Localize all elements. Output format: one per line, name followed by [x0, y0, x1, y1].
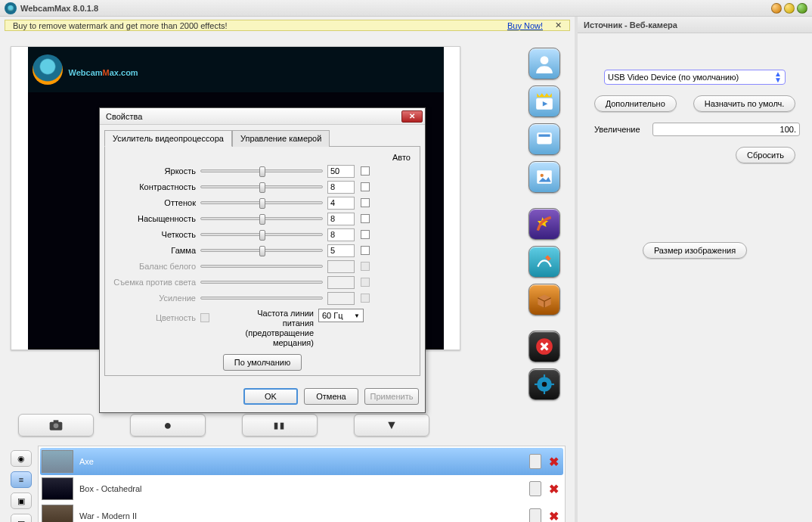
- saturation-value[interactable]: 8: [327, 213, 355, 225]
- list-info-button[interactable]: ◉: [11, 450, 32, 467]
- source-desktop-button[interactable]: [528, 123, 560, 155]
- effects-list[interactable]: Axe ✖ Box - Octahedral ✖ War - Modern II…: [38, 446, 566, 522]
- gamma-auto-checkbox[interactable]: [361, 246, 370, 255]
- hue-slider[interactable]: [200, 201, 323, 204]
- list-grid-button[interactable]: ▣: [11, 492, 32, 509]
- list-view-button[interactable]: ≡: [11, 471, 32, 488]
- clipboard-icon[interactable]: [529, 508, 541, 522]
- doodle-button[interactable]: [528, 246, 560, 278]
- svg-rect-10: [544, 391, 545, 394]
- sharpness-slider[interactable]: [200, 233, 323, 236]
- gain-slider: [200, 297, 323, 300]
- dialog-close-button[interactable]: ✕: [401, 110, 423, 123]
- gamma-label: Гамма: [110, 246, 200, 255]
- tab-camera-control[interactable]: Управление камерой: [232, 130, 330, 147]
- backlight-row: Съемка против света: [110, 275, 415, 290]
- saturation-label: Насыщенность: [110, 214, 200, 223]
- powerline-freq-select[interactable]: 60 Гц▼: [318, 309, 364, 322]
- download-button[interactable]: ▼: [354, 414, 429, 437]
- device-dropdown[interactable]: USB Video Device (по умолчанию) ▲▼: [604, 70, 786, 85]
- gain-label: Усиление: [110, 294, 200, 303]
- promo-text: Buy to remove watermark and get more tha…: [13, 21, 228, 30]
- contrast-slider[interactable]: [200, 185, 323, 188]
- apply-button[interactable]: Применить: [364, 388, 419, 405]
- tab-video-proc-amp[interactable]: Усилитель видеопроцессора: [104, 130, 232, 147]
- image-size-button[interactable]: Размер изображения: [643, 242, 747, 259]
- app-title: WebcamMax 8.0.1.8: [20, 4, 98, 13]
- app-icon: [5, 2, 17, 14]
- gamma-value[interactable]: 5: [327, 244, 355, 257]
- contrast-label: Контрастность: [110, 182, 200, 191]
- window-close[interactable]: [797, 3, 807, 14]
- pause-button[interactable]: ▮▮: [242, 414, 318, 437]
- clipboard-icon[interactable]: [529, 481, 541, 496]
- promo-close-icon[interactable]: ✕: [555, 20, 562, 30]
- reset-button[interactable]: Сбросить: [736, 147, 795, 163]
- source-panel-title: Источник - Веб-камера: [578, 17, 812, 33]
- effect-thumb: [42, 505, 73, 522]
- chroma-label: Цветность: [110, 309, 200, 322]
- gamma-slider[interactable]: [200, 249, 323, 252]
- delete-effect-icon[interactable]: ✖: [549, 455, 559, 469]
- contrast-row: Контрастность 8: [110, 179, 415, 194]
- svg-rect-11: [535, 384, 538, 385]
- snapshot-button[interactable]: [18, 414, 94, 437]
- ok-button[interactable]: OK: [243, 388, 298, 405]
- dialog-title: Свойства: [106, 112, 142, 121]
- saturation-row: Насыщенность 8: [110, 211, 415, 226]
- delete-effect-icon[interactable]: ✖: [549, 482, 559, 496]
- effect-row[interactable]: Axe ✖: [40, 448, 563, 475]
- clipboard-icon[interactable]: [529, 454, 541, 469]
- source-media-button[interactable]: [528, 85, 560, 117]
- logo-text: WebcamMax.com: [69, 58, 138, 81]
- brightness-label: Яркость: [110, 166, 200, 176]
- download-effects-button[interactable]: [528, 284, 560, 315]
- effect-row[interactable]: Box - Octahedral ✖: [40, 475, 563, 502]
- svg-point-8: [542, 382, 547, 387]
- device-selected: USB Video Device (по умолчанию): [608, 73, 739, 82]
- brightness-slider[interactable]: [200, 169, 323, 172]
- zoom-value-field[interactable]: 100.: [652, 123, 800, 136]
- backlight-value: [327, 276, 355, 289]
- app-titlebar: WebcamMax 8.0.1.8: [0, 0, 812, 17]
- logo-banner: WebcamMax.com: [28, 47, 444, 92]
- svg-rect-15: [54, 420, 59, 422]
- cancel-dialog-button[interactable]: Отмена: [304, 388, 358, 405]
- gain-row: Усиление: [110, 291, 415, 306]
- buy-now-link[interactable]: Buy Now!: [507, 21, 543, 30]
- source-person-button[interactable]: [528, 48, 560, 79]
- effect-row[interactable]: War - Modern II ✖: [40, 502, 563, 522]
- list-film-button[interactable]: ▭: [11, 514, 32, 522]
- contrast-auto-checkbox[interactable]: [361, 182, 370, 191]
- zoom-label: Увеличение: [594, 125, 640, 134]
- source-image-button[interactable]: [528, 161, 560, 193]
- logo-eye-icon: [33, 54, 63, 85]
- saturation-slider[interactable]: [200, 217, 323, 220]
- defaults-button[interactable]: По умолчанию: [223, 354, 302, 371]
- window-help[interactable]: [784, 3, 795, 14]
- delete-effect-icon[interactable]: ✖: [549, 509, 559, 523]
- record-button[interactable]: ●: [130, 414, 206, 437]
- hue-value[interactable]: 4: [327, 197, 355, 210]
- hue-auto-checkbox[interactable]: [361, 198, 370, 207]
- cancel-button[interactable]: [528, 331, 560, 362]
- dropdown-arrows-icon: ▲▼: [774, 71, 782, 83]
- effects-wizard-button[interactable]: [528, 208, 560, 240]
- set-default-button[interactable]: Назначить по умолч.: [693, 95, 796, 112]
- dialog-titlebar[interactable]: Свойства ✕: [100, 108, 425, 125]
- white-balance-row: Баланс белого: [110, 259, 415, 274]
- sharpness-auto-checkbox[interactable]: [361, 230, 370, 239]
- svg-rect-3: [538, 135, 550, 137]
- contrast-value[interactable]: 8: [327, 181, 355, 194]
- settings-button[interactable]: [528, 368, 560, 400]
- window-minimize[interactable]: [771, 3, 782, 14]
- saturation-auto-checkbox[interactable]: [361, 214, 370, 223]
- brightness-value[interactable]: 50: [327, 165, 355, 178]
- sharpness-value[interactable]: 8: [327, 228, 355, 241]
- advanced-button[interactable]: Дополнительно: [594, 95, 677, 112]
- gamma-row: Гамма 5: [110, 243, 415, 258]
- properties-dialog: Свойства ✕ Усилитель видеопроцессора Упр…: [99, 107, 426, 413]
- gain-auto-checkbox: [361, 294, 370, 303]
- effect-name: War - Modern II: [79, 511, 529, 520]
- brightness-auto-checkbox[interactable]: [361, 166, 370, 176]
